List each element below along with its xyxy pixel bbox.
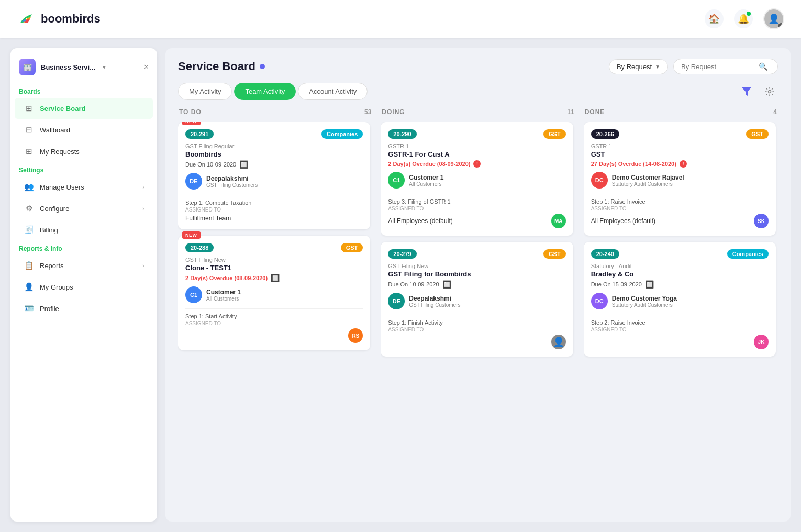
card-tag: GST [543,129,566,139]
attach-icon: 🔲 [239,160,248,169]
card-20-288[interactable]: NEW 20-288 GST GST Filing New Clone - TE… [178,236,370,350]
card-divider [185,195,363,195]
sidebar-item-manage-users[interactable]: 👥 Manage Users › [15,176,153,197]
column-todo: TO DO 53 NEW 20-291 Companies GST Filing… [178,108,372,511]
wallboard-icon: ⊟ [23,124,35,136]
configure-arrow: › [142,205,144,212]
sidebar-item-my-requests[interactable]: ⊞ My Requests [15,141,153,162]
card-20-266[interactable]: 20-266 GST GSTR 1 GST 27 Day(s) Overdue … [584,122,776,236]
sidebar-item-reports[interactable]: 📋 Reports › [15,255,153,276]
sidebar-label-my-groups: My Groups [40,283,144,291]
due-text: Due On 10-09-2020 [388,281,439,287]
card-due: Due On 10-09-2020 🔲 [185,160,363,169]
card-divider [185,308,363,309]
my-requests-icon: ⊞ [23,146,35,157]
team-avatar: 👤 [551,335,566,349]
col-cards-done: 20-266 GST GSTR 1 GST 27 Day(s) Overdue … [584,122,778,511]
card-20-290[interactable]: 20-290 GST GSTR 1 GSTR-1 For Cust A 2 Da… [381,122,573,236]
card-name: GSTR-1 For Cust A [388,150,565,158]
notifications-button[interactable]: 🔔 [734,9,753,28]
team-avatar: RS [348,328,363,343]
card-due: Due On 15-09-2020 🔲 [591,280,769,289]
configure-icon: ⚙ [23,203,35,214]
sidebar-item-my-groups[interactable]: 👤 My Groups [15,276,153,297]
attach-icon: 🔲 [645,280,654,289]
team-name: All Employees (default) [591,217,655,225]
sidebar-section-reports: Reports & Info [10,241,157,254]
due-text: 2 Day(s) Overdue (08-09-2020) [185,275,268,281]
card-20-279[interactable]: 20-279 GST GST Filing New GST Filing for… [381,242,573,357]
tab-my-activity[interactable]: My Activity [178,83,232,100]
account-selector[interactable]: 🏢 Business Servi... ▼ [19,59,107,75]
user-avatar[interactable]: 👤 ▼ [763,8,784,29]
card-bottom: All Employees (default) SK [591,214,769,228]
sidebar-item-profile[interactable]: 🪪 Profile [15,298,153,319]
account-icon: 🏢 [19,59,36,75]
main-content: Service Board By Request ▼ 🔍 My Activity… [165,48,791,522]
col-header-done: DONE 4 [584,108,778,116]
overdue-indicator: ! [473,160,481,168]
filter-dropdown[interactable]: By Request ▼ [609,59,668,74]
card-tag: GST [341,243,363,252]
sidebar-item-configure[interactable]: ⚙ Configure › [15,198,153,219]
due-text: Due On 15-09-2020 [591,281,642,287]
sidebar-label-wallboard: Wallboard [40,126,144,134]
assigned-to-label: ASSIGNED TO [185,320,363,326]
filter-icon-button[interactable] [738,83,755,100]
assignee-group: Statutory Audit Customers [612,302,677,308]
assignee-group: All Customers [206,296,241,302]
settings-icon-button[interactable] [761,83,778,100]
col-count-todo: 53 [364,108,371,116]
assignee-name: Demo Customer Rajavel [612,174,684,181]
column-done: DONE 4 20-266 GST GSTR 1 GST 27 Day(s) O… [584,108,778,511]
tab-team-activity[interactable]: Team Activity [234,83,296,100]
card-name: Boombirds [185,150,363,158]
home-button[interactable]: 🏠 [705,9,724,28]
new-badge: NEW [182,231,201,239]
assigned-to-label: ASSIGNED TO [388,206,565,212]
sidebar: 🏢 Business Servi... ▼ × Boards ⊞ Service… [10,48,157,522]
card-divider [591,194,769,194]
card-step: Step 2: Raise Invoice [591,319,769,326]
card-assignee: DC Demo Customer Yoga Statutory Audit Cu… [591,293,769,309]
sidebar-label-configure: Configure [40,205,137,213]
card-bottom: All Employees (default) MA [388,214,565,228]
team-avatar: MA [551,214,566,228]
card-due: 27 Day(s) Overdue (14-08-2020) ! [591,160,769,168]
card-step: Step 1: Finish Activity [388,319,565,326]
sidebar-label-manage-users: Manage Users [40,183,137,191]
assignee-avatar: DC [591,172,608,189]
board-title-area: Service Board [178,60,265,73]
card-20-291[interactable]: NEW 20-291 Companies GST Filing Regular … [178,122,370,229]
top-nav: boombirds 🏠 🔔 👤 ▼ [0,0,801,38]
card-due: Due On 10-09-2020 🔲 [388,280,565,289]
filter-label: By Request [617,63,652,71]
card-step: Step 1: Raise Invoice [591,198,769,205]
sidebar-item-service-board[interactable]: ⊞ Service Board [15,98,153,119]
sidebar-label-billing: Billing [40,226,144,234]
service-board-icon: ⊞ [23,103,35,114]
card-type: GSTR 1 [591,143,769,149]
assignee-name: Customer 1 [206,289,241,296]
sidebar-item-billing[interactable]: 🧾 Billing [15,219,153,240]
assignee-info: Demo Customer Rajavel Statutory Audit Cu… [612,174,684,187]
account-name: Business Servi... [41,63,95,71]
assignee-group: All Customers [409,181,443,187]
card-top: 20-291 Companies [185,129,363,139]
sidebar-section-boards: Boards [10,84,157,97]
search-input[interactable] [681,63,754,71]
assignee-info: Customer 1 All Customers [206,289,241,302]
overdue-indicator: ! [680,160,687,168]
board-title-dot [260,64,265,69]
sidebar-close-button[interactable]: × [144,62,149,72]
card-20-240[interactable]: 20-240 Companies Statutory - Audit Bradl… [584,242,776,357]
my-groups-icon: 👤 [23,281,35,293]
team-name: Fulfillment Team [185,215,231,222]
card-top: 20-279 GST [388,249,565,259]
tab-account-activity[interactable]: Account Activity [298,83,368,100]
sidebar-item-wallboard[interactable]: ⊟ Wallboard [15,119,153,140]
board-title: Service Board [178,60,255,73]
assignee-group: GST Filing Customers [206,182,258,188]
card-top: 20-240 Companies [591,249,769,259]
team-avatar: SK [754,214,769,228]
